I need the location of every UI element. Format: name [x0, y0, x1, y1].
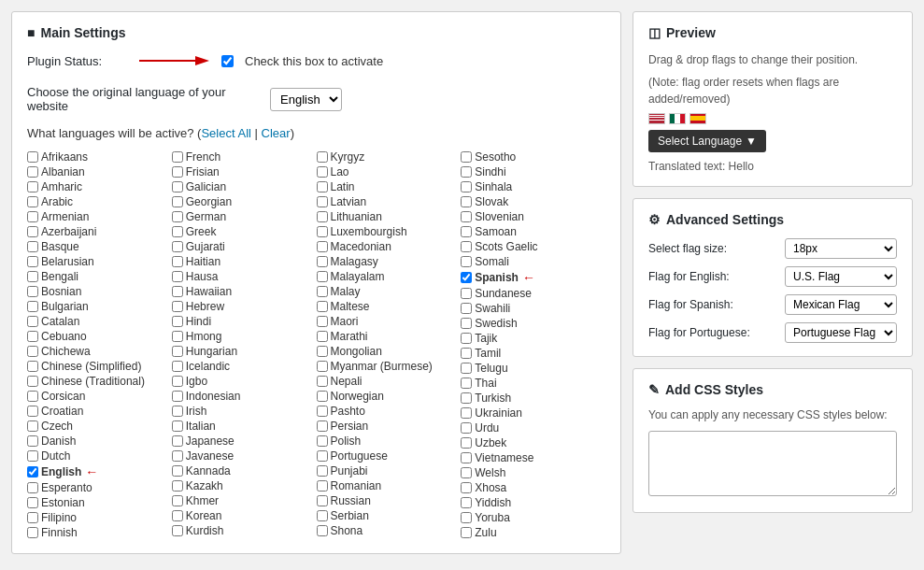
checkbox-dutch[interactable] [27, 450, 38, 462]
checkbox-portuguese[interactable] [317, 450, 328, 462]
checkbox-hungarian[interactable] [172, 346, 183, 357]
checkbox-german[interactable] [172, 211, 183, 222]
checkbox-serbian[interactable] [317, 510, 328, 521]
checkbox-afrikaans[interactable] [27, 151, 38, 163]
checkbox-zulu[interactable] [461, 527, 472, 538]
checkbox-swedish[interactable] [461, 318, 472, 329]
checkbox-gujarati[interactable] [172, 241, 183, 252]
checkbox-bosnian[interactable] [27, 286, 38, 297]
checkbox-finnish[interactable] [27, 527, 38, 538]
clear-link[interactable]: Clear [262, 126, 291, 140]
checkbox-sinhala[interactable] [461, 181, 472, 192]
checkbox-uzbek[interactable] [461, 437, 472, 449]
checkbox-xhosa[interactable] [461, 482, 472, 493]
checkbox-cebuano[interactable] [27, 331, 38, 342]
checkbox-polish[interactable] [317, 435, 328, 447]
checkbox-corsican[interactable] [27, 391, 38, 402]
checkbox-shona[interactable] [317, 525, 328, 536]
checkbox-russian[interactable] [317, 495, 328, 506]
checkbox-norwegian[interactable] [317, 391, 328, 402]
checkbox-welsh[interactable] [461, 467, 472, 478]
checkbox-haitian[interactable] [172, 256, 183, 267]
flag-size-select[interactable]: 18px [785, 238, 897, 259]
checkbox-tajik[interactable] [461, 333, 472, 344]
checkbox-chinese-(traditional)[interactable] [27, 376, 38, 387]
checkbox-macedonian[interactable] [317, 241, 328, 252]
activate-checkbox[interactable] [221, 55, 234, 67]
checkbox-telugu[interactable] [461, 363, 472, 374]
checkbox-esperanto[interactable] [27, 482, 38, 493]
checkbox-kurdish[interactable] [172, 525, 183, 536]
checkbox-armenian[interactable] [27, 211, 38, 222]
checkbox-kyrgyz[interactable] [317, 151, 328, 163]
checkbox-georgian[interactable] [172, 196, 183, 207]
checkbox-javanese[interactable] [172, 450, 183, 462]
checkbox-latin[interactable] [317, 181, 328, 192]
checkbox-thai[interactable] [461, 378, 472, 389]
checkbox-chinese-(simplified)[interactable] [27, 361, 38, 372]
checkbox-punjabi[interactable] [317, 465, 328, 477]
checkbox-danish[interactable] [27, 435, 38, 447]
checkbox-turkish[interactable] [461, 392, 472, 404]
checkbox-azerbaijani[interactable] [27, 226, 38, 237]
checkbox-yiddish[interactable] [461, 497, 472, 508]
checkbox-albanian[interactable] [27, 166, 38, 178]
checkbox-indonesian[interactable] [172, 391, 183, 402]
checkbox-amharic[interactable] [27, 181, 38, 192]
checkbox-myanmar-(burmese)[interactable] [317, 361, 328, 372]
checkbox-maltese[interactable] [317, 301, 328, 312]
flag-portuguese-select[interactable]: Portuguese Flag [785, 322, 897, 343]
checkbox-ukrainian[interactable] [461, 407, 472, 419]
checkbox-hindi[interactable] [172, 316, 183, 327]
checkbox-bengali[interactable] [27, 271, 38, 282]
checkbox-chichewa[interactable] [27, 346, 38, 357]
checkbox-scots-gaelic[interactable] [461, 241, 472, 252]
checkbox-slovak[interactable] [461, 196, 472, 207]
checkbox-hebrew[interactable] [172, 301, 183, 312]
checkbox-basque[interactable] [27, 241, 38, 252]
checkbox-lao[interactable] [317, 166, 328, 178]
checkbox-kazakh[interactable] [172, 480, 183, 492]
checkbox-czech[interactable] [27, 420, 38, 432]
checkbox-belarusian[interactable] [27, 256, 38, 267]
select-all-link[interactable]: Select All [201, 126, 250, 140]
checkbox-pashto[interactable] [317, 406, 328, 417]
checkbox-italian[interactable] [172, 420, 183, 432]
checkbox-icelandic[interactable] [172, 361, 183, 372]
flag-us-icon[interactable] [648, 113, 665, 124]
original-language-select[interactable]: English [270, 88, 342, 111]
checkbox-yoruba[interactable] [461, 512, 472, 523]
flag-english-select[interactable]: U.S. Flag [785, 266, 897, 287]
checkbox-khmer[interactable] [172, 495, 183, 506]
checkbox-igbo[interactable] [172, 376, 183, 387]
checkbox-samoan[interactable] [461, 226, 472, 237]
select-language-button[interactable]: Select Language ▼ [648, 130, 766, 152]
checkbox-korean[interactable] [172, 510, 183, 521]
checkbox-arabic[interactable] [27, 196, 38, 207]
flag-mx-icon[interactable] [669, 113, 686, 124]
checkbox-somali[interactable] [461, 256, 472, 267]
checkbox-sundanese[interactable] [461, 288, 472, 299]
checkbox-romanian[interactable] [317, 480, 328, 492]
checkbox-bulgarian[interactable] [27, 301, 38, 312]
checkbox-lithuanian[interactable] [317, 211, 328, 222]
checkbox-tamil[interactable] [461, 348, 472, 359]
checkbox-luxembourgish[interactable] [317, 226, 328, 237]
css-textarea[interactable] [648, 431, 897, 496]
checkbox-filipino[interactable] [27, 512, 38, 523]
checkbox-maori[interactable] [317, 316, 328, 327]
checkbox-spanish[interactable] [461, 272, 472, 283]
checkbox-swahili[interactable] [461, 303, 472, 314]
checkbox-catalan[interactable] [27, 316, 38, 327]
flag-es-icon[interactable] [689, 113, 706, 124]
checkbox-marathi[interactable] [317, 331, 328, 342]
checkbox-vietnamese[interactable] [461, 452, 472, 463]
checkbox-sindhi[interactable] [461, 166, 472, 178]
flag-spanish-select[interactable]: Mexican Flag [785, 294, 897, 315]
checkbox-hawaiian[interactable] [172, 286, 183, 297]
checkbox-malay[interactable] [317, 286, 328, 297]
checkbox-irish[interactable] [172, 406, 183, 417]
checkbox-greek[interactable] [172, 226, 183, 237]
checkbox-sesotho[interactable] [461, 151, 472, 163]
checkbox-malayalam[interactable] [317, 271, 328, 282]
